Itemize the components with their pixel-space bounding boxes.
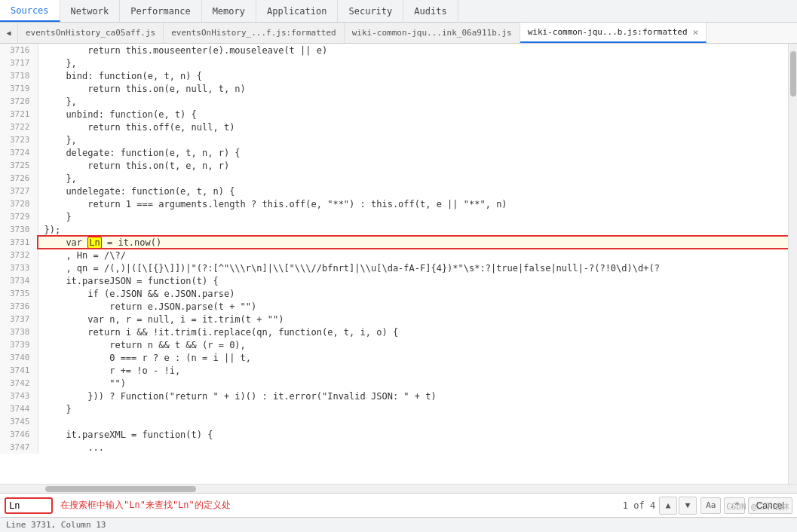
- line-code: return i && !it.trim(i.replace(qn, funct…: [38, 326, 797, 338]
- scrollbar-thumb[interactable]: [790, 51, 796, 96]
- horizontal-scrollbar[interactable]: [0, 484, 797, 493]
- line-code: it.parseXML = function(t) {: [38, 428, 797, 441]
- line-number: 3720: [0, 95, 38, 108]
- line-code: return this.on(t, e, n, r): [38, 159, 797, 172]
- tab-application[interactable]: Application: [256, 0, 338, 22]
- line-code: }: [38, 402, 797, 415]
- search-bar: 在搜索框中输入"Ln"来查找"Ln"的定义处 1 of 4 ▲ ▼ Aa .* …: [0, 493, 797, 517]
- code-scroll[interactable]: 3716 return this.mouseenter(e).mouseleav…: [0, 44, 797, 484]
- line-code: }: [38, 210, 797, 223]
- file-tab-1-label: eventsOnHistory_...f.js:formatted: [171, 28, 336, 38]
- line-code: },: [38, 95, 797, 108]
- search-input-wrap: [5, 497, 53, 514]
- line-number: 3741: [0, 364, 38, 377]
- line-number: 3740: [0, 351, 38, 364]
- line-number: 3723: [0, 133, 38, 146]
- line-number: 3717: [0, 57, 38, 69]
- tab-network[interactable]: Network: [60, 0, 121, 22]
- file-tab-2-label: wiki-common-jqu...ink_06a911b.js: [352, 28, 512, 38]
- line-number: 3718: [0, 69, 38, 82]
- close-icon[interactable]: ×: [693, 26, 699, 38]
- line-code: 0 === r ? e : (n = i || t,: [38, 351, 797, 364]
- file-tab-2[interactable]: wiki-common-jqu...ink_06a911b.js: [345, 23, 520, 43]
- file-tab-3[interactable]: wiki-common-jqu...b.js:formatted ×: [520, 23, 707, 43]
- line-number: 3724: [0, 146, 38, 159]
- search-match: Ln: [87, 237, 101, 249]
- line-code: },: [38, 172, 797, 185]
- search-count: 1 of 4: [623, 500, 655, 511]
- tab-audits[interactable]: Audits: [403, 0, 458, 22]
- line-code: var Ln = it.now(): [38, 236, 797, 249]
- line-number: 3726: [0, 172, 38, 185]
- status-bar: Line 3731, Column 13: [0, 517, 797, 532]
- line-number: 3716: [0, 44, 38, 57]
- file-tab-0[interactable]: eventsOnHistory_ca05aff.js: [18, 23, 164, 43]
- line-code: bind: function(e, t, n) {: [38, 69, 797, 82]
- line-code: ""): [38, 377, 797, 390]
- status-text: Line 3731, Column 13: [6, 520, 106, 530]
- line-number: 3722: [0, 121, 38, 133]
- line-number: 3744: [0, 402, 38, 415]
- vertical-scrollbar[interactable]: [788, 44, 797, 484]
- line-number: 3721: [0, 108, 38, 121]
- line-code: })) ? Function("return " + i)() : it.err…: [38, 390, 797, 402]
- line-number: 3742: [0, 377, 38, 390]
- line-number: 3731: [0, 236, 38, 249]
- line-number: 3737: [0, 313, 38, 326]
- tab-performance[interactable]: Performance: [120, 0, 201, 22]
- line-code: r += !o - !i,: [38, 364, 797, 377]
- line-number: 3743: [0, 390, 38, 402]
- line-code: },: [38, 57, 797, 69]
- line-code: delegate: function(e, t, n, r) {: [38, 146, 797, 159]
- line-number: 3734: [0, 274, 38, 287]
- search-prev-button[interactable]: ▲: [659, 497, 677, 515]
- line-number: 3727: [0, 185, 38, 197]
- code-table: 3716 return this.mouseenter(e).mouseleav…: [0, 44, 797, 454]
- line-number: 3728: [0, 197, 38, 210]
- file-tab-3-label: wiki-common-jqu...b.js:formatted: [528, 27, 688, 37]
- regex-button[interactable]: .*: [724, 497, 744, 514]
- line-code: if (e.JSON && e.JSON.parse): [38, 287, 797, 300]
- line-code: [38, 415, 797, 428]
- line-code: return n && t && (r = 0),: [38, 338, 797, 351]
- line-code: undelegate: function(e, t, n) {: [38, 185, 797, 197]
- line-number: 3747: [0, 441, 38, 454]
- line-number: 3745: [0, 415, 38, 428]
- file-tabs: ◀ eventsOnHistory_ca05aff.js eventsOnHis…: [0, 23, 797, 44]
- search-hint: 在搜索框中输入"Ln"来查找"Ln"的定义处: [60, 499, 623, 512]
- file-tabs-nav-btn[interactable]: ◀: [0, 23, 18, 43]
- line-code: },: [38, 133, 797, 146]
- line-code: return this.mouseenter(e).mouseleave(t |…: [38, 44, 797, 57]
- line-code: return this.off(e, null, t): [38, 121, 797, 133]
- line-number: 3730: [0, 223, 38, 236]
- code-area: 3716 return this.mouseenter(e).mouseleav…: [0, 44, 797, 493]
- tab-sources[interactable]: Sources: [0, 0, 60, 22]
- match-case-button[interactable]: Aa: [700, 497, 721, 514]
- search-input[interactable]: [6, 500, 51, 511]
- h-scrollbar-thumb[interactable]: [45, 486, 196, 492]
- nav-tabs: Sources Network Performance Memory Appli…: [0, 0, 797, 23]
- line-number: 3746: [0, 428, 38, 441]
- search-next-button[interactable]: ▼: [679, 497, 697, 515]
- line-code: });: [38, 223, 797, 236]
- line-code: , qn = /(,)|([\[{}\]])|"(?:[^"\\\r\n]|\\…: [38, 261, 797, 274]
- tab-security[interactable]: Security: [338, 0, 403, 22]
- search-options: Aa .*: [700, 497, 745, 514]
- line-code: unbind: function(e, t) {: [38, 108, 797, 121]
- line-number: 3729: [0, 210, 38, 223]
- line-code: return this.on(e, null, t, n): [38, 82, 797, 95]
- line-code: it.parseJSON = function(t) {: [38, 274, 797, 287]
- line-number: 3733: [0, 261, 38, 274]
- line-code: , Hn = /\?/: [38, 249, 797, 261]
- line-code: var n, r = null, i = it.trim(t + ""): [38, 313, 797, 326]
- file-tab-1[interactable]: eventsOnHistory_...f.js:formatted: [164, 23, 345, 43]
- cancel-search-button[interactable]: Cancel: [748, 497, 792, 514]
- line-number: 3732: [0, 249, 38, 261]
- line-number: 3719: [0, 82, 38, 95]
- line-number: 3725: [0, 159, 38, 172]
- line-number: 3735: [0, 287, 38, 300]
- file-tab-0-label: eventsOnHistory_ca05aff.js: [26, 28, 155, 38]
- line-code: return e.JSON.parse(t + ""): [38, 300, 797, 313]
- line-number: 3736: [0, 300, 38, 313]
- tab-memory[interactable]: Memory: [202, 0, 256, 22]
